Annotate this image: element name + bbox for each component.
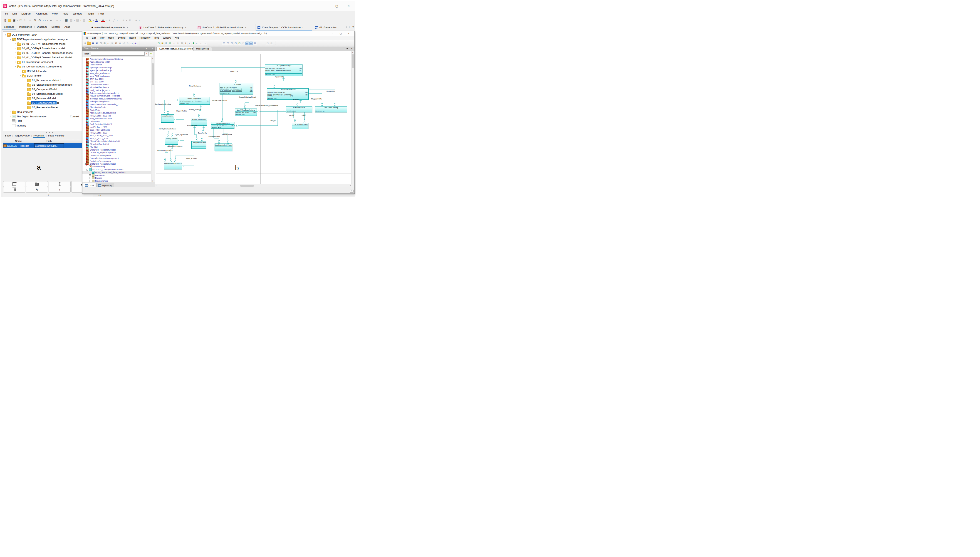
new-icon[interactable]: ▯ <box>83 42 87 45</box>
tree-item-07-prezentationmodel[interactable]: 07_PrezentationModel <box>3 105 93 110</box>
print-preview-icon[interactable]: ▥ <box>103 42 106 45</box>
scroll-down-icon[interactable]: ∨ <box>152 180 153 182</box>
font-color-icon[interactable]: A <box>101 18 105 22</box>
relationship-label-activitystructureinstance[interactable]: ActivityStructureInstance <box>159 128 176 130</box>
name-cell[interactable]: DGTLCM_Repositor <box>3 143 34 148</box>
optional-circle-icon[interactable] <box>334 103 336 104</box>
tab-close-icon[interactable]: × <box>185 26 186 29</box>
optional-circle-icon[interactable] <box>198 114 200 116</box>
curve-icon[interactable]: ╱ <box>188 42 191 45</box>
browser-item-nosqlbaze-2023[interactable]: NoSQLBaze_2023 <box>82 131 151 134</box>
subtype-arrow-icon[interactable] <box>296 104 298 106</box>
browser-item-objectorientedmodel-gekosem[interactable]: ObjectOrientedModel GeKoSeM <box>82 140 151 143</box>
browser-item-agencija-za-akreditaciju[interactable]: Agencija za akreditaciju <box>82 69 151 72</box>
browser-item-ines-phd-ambalaza[interactable]: Ines_PhD_Ambalaza <box>82 75 151 78</box>
pd-menu-help[interactable]: Help <box>173 37 181 39</box>
object-browser-scrollbar[interactable]: ∧ ∨ <box>151 57 155 182</box>
browser-item-filozofski-fakultetns[interactable]: Filozofski fakultetNS <box>82 86 151 89</box>
tree-expander-icon[interactable]: › <box>9 111 12 113</box>
tree-expander-icon[interactable]: - <box>86 169 88 171</box>
tab-close-icon[interactable]: ✕ <box>351 47 353 49</box>
menu-window[interactable]: Window <box>71 12 85 15</box>
tree-item-modality[interactable]: Modality <box>3 123 93 128</box>
redo-icon[interactable]: ↻ <box>126 42 129 45</box>
optional-circle-icon[interactable] <box>164 158 166 160</box>
menu-file[interactable]: File <box>2 12 10 15</box>
browser-item-curirulumdevelopment[interactable]: CurirulumDevelopment <box>82 154 151 157</box>
property-tab-hyperlink[interactable]: Hyperlink <box>32 134 46 137</box>
fit-view-icon[interactable]: ▭ <box>42 18 47 22</box>
tree-item-the-digital-transformation[interactable]: ›⧉The Digital TransformationContext( <box>3 114 93 119</box>
pen-icon[interactable]: ✎ <box>94 18 99 22</box>
browser-item-akreditacijasrbija[interactable]: AkreditacijaSrbija <box>82 106 151 109</box>
tree-item-ldo[interactable]: LDO <box>3 119 93 123</box>
win-browser2-icon[interactable]: ▤ <box>246 42 249 45</box>
open-icon[interactable] <box>8 19 11 22</box>
tree-item-01-requirements-model[interactable]: 01_Requirements Model <box>3 78 93 82</box>
cut-icon[interactable]: ✂ <box>107 42 110 45</box>
browser-item-alatzarazvojsoftvera-toolsuite[interactable]: AlatZaRazvojSoftvera_ToolSuite <box>82 94 151 98</box>
subtype-arrow-icon[interactable] <box>174 160 176 162</box>
hierarchy-icon[interactable]: ≡ <box>128 18 132 22</box>
subtype-arrow-icon[interactable] <box>198 116 200 118</box>
pd-menu-repository[interactable]: Repository <box>138 37 152 39</box>
relationship-label-hyper-operations[interactable]: Hyper_Operations <box>175 134 188 135</box>
browser-item-enterprisearchitecturemodel-1[interactable]: EnterpriseArchitectureModel_1 <box>82 92 151 95</box>
tree-expander-icon[interactable]: + <box>89 180 91 182</box>
relationship-line[interactable] <box>164 100 179 114</box>
optional-circle-icon[interactable] <box>170 158 171 160</box>
win-mapping-icon[interactable]: ▤ <box>242 42 245 45</box>
path-cell[interactable]: C:/Users/Branko/De... <box>34 143 64 148</box>
tab-list-icon[interactable]: ≡▾ <box>346 47 348 49</box>
align-icon[interactable]: ▤ <box>75 18 80 22</box>
blank-page-icon[interactable]: ▯ <box>176 42 180 45</box>
relationship-label-hyper-activities[interactable]: Hyper_Activities <box>186 158 197 159</box>
browser-item-projektovanjeinformacionihsistema[interactable]: ProjektovanjeInformacionihSistema <box>82 58 151 60</box>
relationship-label-activities[interactable]: Activities <box>293 99 300 100</box>
optional-circle-icon[interactable] <box>237 125 238 126</box>
dropdown-arrow-icon[interactable]: ▾ <box>117 19 118 21</box>
filter-clear-icon[interactable]: ⋎ <box>145 52 149 56</box>
subtype-arrow-icon[interactable] <box>171 135 173 137</box>
subtype-arrow-icon[interactable] <box>167 112 169 115</box>
doc-tab-nanin-related-requirements[interactable]: nanin Related requirements× <box>93 24 137 31</box>
tree-item-00-02-dgthyf-stakeholders-model[interactable]: ›00_02_DGTHyF Stakeholders model <box>3 46 93 50</box>
relationship-label-slaveactivity[interactable]: SlaveActivity <box>198 132 207 134</box>
optional-circle-icon[interactable] <box>321 103 323 104</box>
pd-menu-view[interactable]: View <box>98 37 106 39</box>
globe-button[interactable] <box>49 181 71 187</box>
map-view-icon[interactable]: ▦ <box>64 18 68 22</box>
column-header-path[interactable]: Path <box>34 139 64 143</box>
scroll-up-icon[interactable]: ∧ <box>152 57 153 59</box>
save-icon[interactable]: ▣ <box>12 18 16 22</box>
dropdown-arrow-icon[interactable]: ▾ <box>93 19 94 21</box>
pencil-icon[interactable]: ✎ <box>184 42 187 45</box>
back-icon[interactable]: ← <box>49 18 53 22</box>
subtype-arrow-icon[interactable] <box>234 125 236 127</box>
generate-model-icon[interactable]: ▤ <box>157 42 160 45</box>
browser-item-inovacije-radzakonferenciju2022[interactable]: Inovacije_RadZaKonferenciju2022 <box>82 98 151 100</box>
entity-metamodel-level[interactable]: MetaModel LevelMM_Level<pi>Number (2)<M>… <box>286 106 312 112</box>
relationship-label-hyper-models[interactable]: Hyper_Models <box>176 110 187 112</box>
browser-item-platnipromet[interactable]: PlatniPromet <box>82 64 151 66</box>
optional-circle-icon[interactable] <box>164 111 165 112</box>
optional-circle-icon[interactable] <box>236 80 237 81</box>
browser-item-etf-sa-2009[interactable]: ETF_SA_2009 <box>82 77 151 80</box>
browser-item-rad-edukacija-2022[interactable]: Rad_Edukacija_2022 <box>82 89 151 92</box>
panel-tab-alias[interactable]: Alias <box>62 24 72 29</box>
scroll-up-icon[interactable]: ∧ <box>352 51 353 53</box>
tree-expander-icon[interactable]: ∨ <box>19 75 22 77</box>
zoom-out-icon[interactable]: ⊖ <box>37 18 42 22</box>
scroll-thumb[interactable] <box>240 185 254 187</box>
copy-icon[interactable]: ▣ <box>111 42 114 45</box>
dropdown-arrow-icon[interactable]: ▾ <box>105 19 107 21</box>
relationship-label-used-in[interactable]: Used_in <box>270 120 276 122</box>
browser-item-filozofski-fakultetns[interactable]: Filozofski fakultetNS <box>82 83 151 86</box>
copy-style-icon[interactable]: ▨ <box>82 18 86 22</box>
entity-activityoperaton[interactable]: ActivityOperaton <box>165 137 178 145</box>
scroll-left-icon[interactable]: ‹ <box>156 185 156 187</box>
entity-configurationgraph[interactable]: ConfigurationGraph <box>191 141 206 149</box>
browser-item-nosqlbaze-2022-23[interactable]: NoSQLBaze_2022_23 <box>82 114 151 117</box>
relationship-label-typed-lcm[interactable]: Typed LCM <box>230 71 238 72</box>
entity-meta-model-maping[interactable]: Meta Model MapingMMM_TimeStamp<pi>Timest… <box>315 106 347 112</box>
